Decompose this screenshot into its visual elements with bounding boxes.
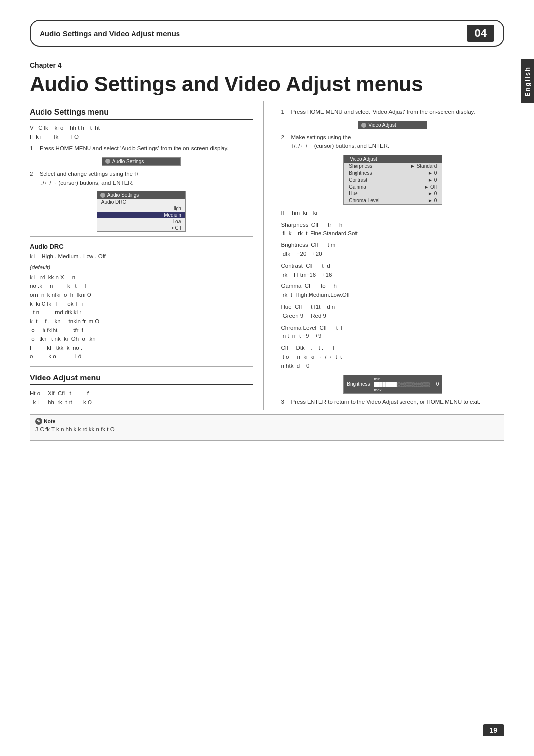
audio-drc-menu-box: Audio Settings Audio DRC High Medium	[97, 191, 186, 232]
chroma-detail: Chroma Level Cfl t f n t rr t −9 +9	[281, 324, 505, 341]
menu-row-high: High	[97, 205, 185, 212]
header-bar: Audio Settings and Video Adjust menus 04	[30, 20, 504, 47]
video-adjust-menu2-box: Video Adjust Sharpness ► Standard Bright…	[343, 155, 442, 205]
page-number: 19	[483, 724, 504, 736]
left-column: Audio Settings menu V C fk ki o hh t h t…	[30, 101, 264, 410]
audio-settings-menu-box-wrapper: Audio Settings	[30, 157, 253, 166]
note-box: ✎ Note 3 C fk T k n hh k k rd kk n fk t …	[30, 414, 504, 441]
right-step1: 1 Press HOME MENU and select 'Video Adju…	[281, 108, 505, 117]
menu-icon	[105, 159, 110, 164]
menu-row-medium: Medium	[97, 212, 185, 218]
audio-settings-step1: 1 Press HOME MENU and select 'Audio Sett…	[30, 144, 253, 153]
video-adjust-header1: Video Adjust	[358, 121, 427, 129]
progress-bar-header: Brightness min ████████░░░░░░░░░░░░ max …	[344, 375, 442, 393]
menu-box-header: Audio Settings	[102, 158, 180, 165]
cfl-detail: Cfl Dtk . t . f t o n ki ki ←/→ t t n ht…	[281, 344, 505, 370]
video-adjust-menu2-wrapper: Video Adjust Sharpness ► Standard Bright…	[281, 155, 505, 205]
divider-1	[30, 236, 253, 237]
audio-drc-default: (default)	[30, 264, 253, 270]
hue-detail: Hue Cfl t f1t d n Green 9 Red 9	[281, 303, 505, 321]
note-icon: ✎	[35, 418, 42, 425]
video-icon-1	[361, 123, 366, 128]
audio-settings-body: V C fk ki o hh t h t ht fl k i fk f O	[30, 124, 253, 142]
sharpness-detail: Sharpness Cfl tr h fi k rk t Fine.Standa…	[281, 221, 505, 238]
audio-settings-section: Audio Settings menu V C fk ki o hh t h t…	[30, 108, 253, 232]
video-adjust-menu1-box: Video Adjust	[358, 121, 427, 129]
menu-row-off: • Off	[97, 225, 185, 231]
audio-drc-body: k i High . Medium . Low . Off	[30, 252, 253, 261]
note-label: ✎ Note	[35, 418, 499, 425]
progress-bar-box: Brightness min ████████░░░░░░░░░░░░ max …	[343, 375, 442, 394]
va-row-brightness: Brightness ► 0	[344, 170, 442, 177]
gamma-detail: Gamma Cfl to h rk t High.Medium.Low.Off	[281, 282, 505, 300]
header-title: Audio Settings and Video Adjust menus	[40, 29, 180, 38]
chapter-label: Chapter 4	[30, 61, 504, 69]
menu-row-audio-drc: Audio DRC	[97, 199, 185, 205]
va-row-gamma: Gamma ► Off	[344, 184, 442, 190]
english-tab: English	[521, 59, 534, 103]
note-text: 3 C fk T k n hh k k rd kk n fk t O	[35, 425, 499, 434]
audio-drc-section: Audio DRC k i High . Medium . Low . Off …	[30, 243, 253, 361]
video-adjust-body: Ht o Xlf Cfl t fl k i hh rk t rt k O	[30, 389, 253, 407]
brightness-detail: Brightness Cfl t m dtk −20 +20	[281, 241, 505, 259]
menu-icon-2	[100, 193, 105, 198]
audio-drc-title: Audio DRC	[30, 243, 253, 250]
audio-drc-menu-wrapper: Audio Settings Audio DRC High Medium	[30, 191, 253, 232]
video-adjust-menu-section: Video Adjust menu Ht o Xlf Cfl t fl k i …	[30, 374, 253, 407]
main-content: Audio Settings menu V C fk ki o hh t h t…	[30, 101, 504, 410]
video-adjust-menu1-wrapper: Video Adjust	[281, 121, 505, 129]
audio-settings-menu-box: Audio Settings	[102, 157, 181, 166]
chapter-number: 04	[467, 25, 494, 42]
va-row-contrast: Contrast ► 0	[344, 177, 442, 184]
divider-2	[30, 366, 253, 367]
va-row-chroma: Chroma Level ► 0	[344, 197, 442, 204]
audio-drc-header: Audio Settings	[97, 191, 185, 199]
sharpness-detail-header: fl hm ki ki	[281, 209, 505, 218]
chapter-main-title: Audio Settings and Video Adjust menus	[30, 72, 504, 101]
video-adjust-header2: Video Adjust	[344, 155, 442, 163]
audio-settings-step2: 2 Select and change settings using the ↑…	[30, 170, 253, 188]
right-step2: 2 Make settings using the↑/↓/←/→ (cursor…	[281, 133, 505, 151]
progress-bar-area: Brightness min ████████░░░░░░░░░░░░ max …	[281, 375, 505, 394]
va-row-hue: Hue ► 0	[344, 190, 442, 197]
menu-row-low: Low	[97, 218, 185, 225]
right-column: 1 Press HOME MENU and select 'Video Adju…	[278, 101, 505, 410]
audio-drc-detail: k i rd kk n X n no .k n k t f orn n k nf…	[30, 273, 253, 361]
video-adjust-title: Video Adjust menu	[30, 374, 253, 385]
contrast-detail: Contrast Cfl t d rk f f tm−16 +16	[281, 262, 505, 280]
audio-settings-title: Audio Settings menu	[30, 108, 253, 120]
va-row-sharpness: Sharpness ► Standard	[344, 163, 442, 170]
right-step3: 3 Press ENTER to return to the Video Adj…	[281, 398, 505, 407]
